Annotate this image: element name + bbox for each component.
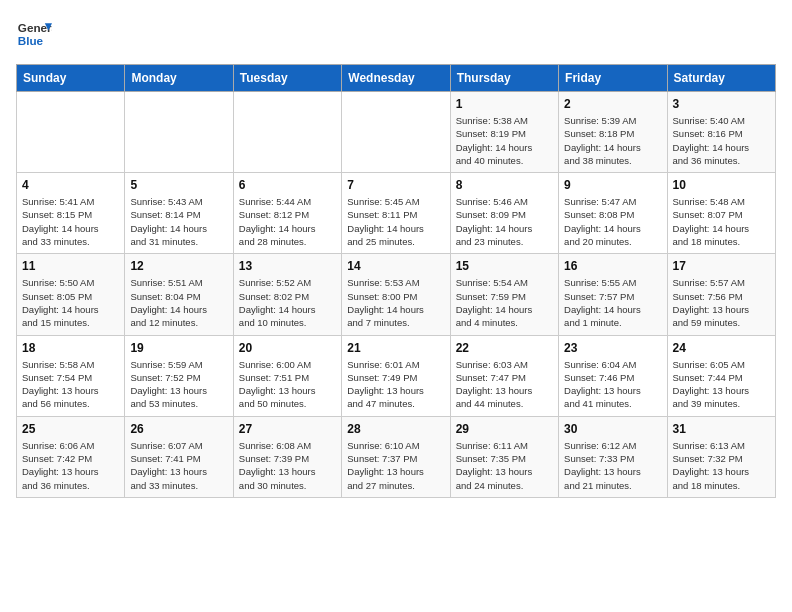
day-info: Sunrise: 5:48 AM Sunset: 8:07 PM Dayligh… — [673, 195, 770, 248]
day-cell: 16Sunrise: 5:55 AM Sunset: 7:57 PM Dayli… — [559, 254, 667, 335]
day-cell — [17, 92, 125, 173]
day-number: 24 — [673, 341, 770, 355]
day-number: 19 — [130, 341, 227, 355]
day-cell: 3Sunrise: 5:40 AM Sunset: 8:16 PM Daylig… — [667, 92, 775, 173]
day-cell: 6Sunrise: 5:44 AM Sunset: 8:12 PM Daylig… — [233, 173, 341, 254]
day-info: Sunrise: 5:58 AM Sunset: 7:54 PM Dayligh… — [22, 358, 119, 411]
day-info: Sunrise: 6:13 AM Sunset: 7:32 PM Dayligh… — [673, 439, 770, 492]
day-number: 31 — [673, 422, 770, 436]
day-number: 16 — [564, 259, 661, 273]
day-number: 9 — [564, 178, 661, 192]
day-cell: 5Sunrise: 5:43 AM Sunset: 8:14 PM Daylig… — [125, 173, 233, 254]
svg-text:General: General — [18, 21, 52, 34]
week-row-4: 18Sunrise: 5:58 AM Sunset: 7:54 PM Dayli… — [17, 335, 776, 416]
day-number: 22 — [456, 341, 553, 355]
day-cell — [125, 92, 233, 173]
day-cell: 9Sunrise: 5:47 AM Sunset: 8:08 PM Daylig… — [559, 173, 667, 254]
day-number: 8 — [456, 178, 553, 192]
day-number: 21 — [347, 341, 444, 355]
day-info: Sunrise: 5:43 AM Sunset: 8:14 PM Dayligh… — [130, 195, 227, 248]
calendar-table: SundayMondayTuesdayWednesdayThursdayFrid… — [16, 64, 776, 498]
week-row-1: 1Sunrise: 5:38 AM Sunset: 8:19 PM Daylig… — [17, 92, 776, 173]
day-info: Sunrise: 5:55 AM Sunset: 7:57 PM Dayligh… — [564, 276, 661, 329]
day-info: Sunrise: 6:05 AM Sunset: 7:44 PM Dayligh… — [673, 358, 770, 411]
day-cell: 27Sunrise: 6:08 AM Sunset: 7:39 PM Dayli… — [233, 416, 341, 497]
day-info: Sunrise: 5:47 AM Sunset: 8:08 PM Dayligh… — [564, 195, 661, 248]
day-info: Sunrise: 5:51 AM Sunset: 8:04 PM Dayligh… — [130, 276, 227, 329]
day-info: Sunrise: 5:57 AM Sunset: 7:56 PM Dayligh… — [673, 276, 770, 329]
day-number: 4 — [22, 178, 119, 192]
day-cell: 22Sunrise: 6:03 AM Sunset: 7:47 PM Dayli… — [450, 335, 558, 416]
day-cell: 13Sunrise: 5:52 AM Sunset: 8:02 PM Dayli… — [233, 254, 341, 335]
day-cell: 7Sunrise: 5:45 AM Sunset: 8:11 PM Daylig… — [342, 173, 450, 254]
day-cell: 2Sunrise: 5:39 AM Sunset: 8:18 PM Daylig… — [559, 92, 667, 173]
day-info: Sunrise: 5:40 AM Sunset: 8:16 PM Dayligh… — [673, 114, 770, 167]
day-cell: 26Sunrise: 6:07 AM Sunset: 7:41 PM Dayli… — [125, 416, 233, 497]
day-number: 14 — [347, 259, 444, 273]
day-number: 1 — [456, 97, 553, 111]
day-number: 13 — [239, 259, 336, 273]
day-cell: 8Sunrise: 5:46 AM Sunset: 8:09 PM Daylig… — [450, 173, 558, 254]
day-cell: 14Sunrise: 5:53 AM Sunset: 8:00 PM Dayli… — [342, 254, 450, 335]
logo-icon: General Blue — [16, 16, 52, 52]
day-cell: 11Sunrise: 5:50 AM Sunset: 8:05 PM Dayli… — [17, 254, 125, 335]
day-number: 10 — [673, 178, 770, 192]
day-number: 23 — [564, 341, 661, 355]
day-number: 20 — [239, 341, 336, 355]
day-info: Sunrise: 5:54 AM Sunset: 7:59 PM Dayligh… — [456, 276, 553, 329]
day-cell: 31Sunrise: 6:13 AM Sunset: 7:32 PM Dayli… — [667, 416, 775, 497]
day-cell: 15Sunrise: 5:54 AM Sunset: 7:59 PM Dayli… — [450, 254, 558, 335]
day-cell: 29Sunrise: 6:11 AM Sunset: 7:35 PM Dayli… — [450, 416, 558, 497]
day-info: Sunrise: 5:46 AM Sunset: 8:09 PM Dayligh… — [456, 195, 553, 248]
col-header-saturday: Saturday — [667, 65, 775, 92]
day-number: 12 — [130, 259, 227, 273]
day-cell: 4Sunrise: 5:41 AM Sunset: 8:15 PM Daylig… — [17, 173, 125, 254]
day-number: 6 — [239, 178, 336, 192]
col-header-thursday: Thursday — [450, 65, 558, 92]
day-cell: 18Sunrise: 5:58 AM Sunset: 7:54 PM Dayli… — [17, 335, 125, 416]
day-info: Sunrise: 5:38 AM Sunset: 8:19 PM Dayligh… — [456, 114, 553, 167]
day-cell: 23Sunrise: 6:04 AM Sunset: 7:46 PM Dayli… — [559, 335, 667, 416]
day-cell: 19Sunrise: 5:59 AM Sunset: 7:52 PM Dayli… — [125, 335, 233, 416]
day-number: 3 — [673, 97, 770, 111]
day-cell: 17Sunrise: 5:57 AM Sunset: 7:56 PM Dayli… — [667, 254, 775, 335]
header-row: SundayMondayTuesdayWednesdayThursdayFrid… — [17, 65, 776, 92]
day-info: Sunrise: 6:08 AM Sunset: 7:39 PM Dayligh… — [239, 439, 336, 492]
day-cell: 28Sunrise: 6:10 AM Sunset: 7:37 PM Dayli… — [342, 416, 450, 497]
day-info: Sunrise: 6:12 AM Sunset: 7:33 PM Dayligh… — [564, 439, 661, 492]
day-number: 2 — [564, 97, 661, 111]
page-header: General Blue — [16, 16, 776, 52]
day-number: 29 — [456, 422, 553, 436]
day-cell: 25Sunrise: 6:06 AM Sunset: 7:42 PM Dayli… — [17, 416, 125, 497]
day-cell: 20Sunrise: 6:00 AM Sunset: 7:51 PM Dayli… — [233, 335, 341, 416]
col-header-sunday: Sunday — [17, 65, 125, 92]
day-cell: 24Sunrise: 6:05 AM Sunset: 7:44 PM Dayli… — [667, 335, 775, 416]
col-header-tuesday: Tuesday — [233, 65, 341, 92]
day-number: 18 — [22, 341, 119, 355]
week-row-2: 4Sunrise: 5:41 AM Sunset: 8:15 PM Daylig… — [17, 173, 776, 254]
day-cell: 21Sunrise: 6:01 AM Sunset: 7:49 PM Dayli… — [342, 335, 450, 416]
day-info: Sunrise: 6:04 AM Sunset: 7:46 PM Dayligh… — [564, 358, 661, 411]
day-info: Sunrise: 6:07 AM Sunset: 7:41 PM Dayligh… — [130, 439, 227, 492]
day-info: Sunrise: 5:59 AM Sunset: 7:52 PM Dayligh… — [130, 358, 227, 411]
day-info: Sunrise: 5:45 AM Sunset: 8:11 PM Dayligh… — [347, 195, 444, 248]
day-number: 26 — [130, 422, 227, 436]
day-cell: 10Sunrise: 5:48 AM Sunset: 8:07 PM Dayli… — [667, 173, 775, 254]
week-row-3: 11Sunrise: 5:50 AM Sunset: 8:05 PM Dayli… — [17, 254, 776, 335]
day-info: Sunrise: 6:01 AM Sunset: 7:49 PM Dayligh… — [347, 358, 444, 411]
col-header-friday: Friday — [559, 65, 667, 92]
week-row-5: 25Sunrise: 6:06 AM Sunset: 7:42 PM Dayli… — [17, 416, 776, 497]
col-header-wednesday: Wednesday — [342, 65, 450, 92]
day-cell — [342, 92, 450, 173]
day-number: 5 — [130, 178, 227, 192]
day-number: 17 — [673, 259, 770, 273]
svg-text:Blue: Blue — [18, 34, 44, 47]
day-info: Sunrise: 5:41 AM Sunset: 8:15 PM Dayligh… — [22, 195, 119, 248]
day-number: 7 — [347, 178, 444, 192]
calendar-header: SundayMondayTuesdayWednesdayThursdayFrid… — [17, 65, 776, 92]
day-number: 28 — [347, 422, 444, 436]
day-cell: 1Sunrise: 5:38 AM Sunset: 8:19 PM Daylig… — [450, 92, 558, 173]
day-cell — [233, 92, 341, 173]
day-info: Sunrise: 6:06 AM Sunset: 7:42 PM Dayligh… — [22, 439, 119, 492]
day-cell: 30Sunrise: 6:12 AM Sunset: 7:33 PM Dayli… — [559, 416, 667, 497]
